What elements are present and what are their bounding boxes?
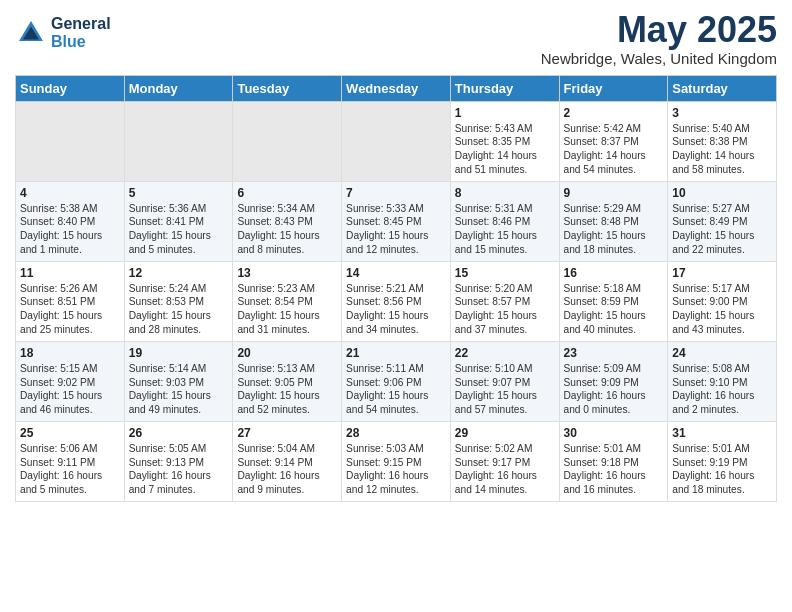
week-row-2: 11Sunrise: 5:26 AM Sunset: 8:51 PM Dayli… (16, 261, 777, 341)
calendar-cell: 18Sunrise: 5:15 AM Sunset: 9:02 PM Dayli… (16, 341, 125, 421)
day-number: 9 (564, 186, 664, 200)
cell-content: Sunrise: 5:14 AM Sunset: 9:03 PM Dayligh… (129, 362, 229, 417)
day-number: 7 (346, 186, 446, 200)
calendar-cell: 29Sunrise: 5:02 AM Sunset: 9:17 PM Dayli… (450, 421, 559, 501)
day-number: 26 (129, 426, 229, 440)
cell-content: Sunrise: 5:40 AM Sunset: 8:38 PM Dayligh… (672, 122, 772, 177)
calendar-cell: 2Sunrise: 5:42 AM Sunset: 8:37 PM Daylig… (559, 101, 668, 181)
day-number: 11 (20, 266, 120, 280)
day-number: 30 (564, 426, 664, 440)
cell-content: Sunrise: 5:21 AM Sunset: 8:56 PM Dayligh… (346, 282, 446, 337)
day-number: 24 (672, 346, 772, 360)
calendar-cell: 25Sunrise: 5:06 AM Sunset: 9:11 PM Dayli… (16, 421, 125, 501)
calendar-cell: 4Sunrise: 5:38 AM Sunset: 8:40 PM Daylig… (16, 181, 125, 261)
day-number: 17 (672, 266, 772, 280)
day-number: 4 (20, 186, 120, 200)
col-sunday: Sunday (16, 75, 125, 101)
day-number: 27 (237, 426, 337, 440)
calendar-cell: 14Sunrise: 5:21 AM Sunset: 8:56 PM Dayli… (342, 261, 451, 341)
calendar-cell (233, 101, 342, 181)
cell-content: Sunrise: 5:05 AM Sunset: 9:13 PM Dayligh… (129, 442, 229, 497)
calendar-cell: 6Sunrise: 5:34 AM Sunset: 8:43 PM Daylig… (233, 181, 342, 261)
calendar-cell: 3Sunrise: 5:40 AM Sunset: 8:38 PM Daylig… (668, 101, 777, 181)
day-number: 20 (237, 346, 337, 360)
cell-content: Sunrise: 5:02 AM Sunset: 9:17 PM Dayligh… (455, 442, 555, 497)
cell-content: Sunrise: 5:38 AM Sunset: 8:40 PM Dayligh… (20, 202, 120, 257)
calendar-cell: 24Sunrise: 5:08 AM Sunset: 9:10 PM Dayli… (668, 341, 777, 421)
location: Newbridge, Wales, United Kingdom (541, 50, 777, 67)
calendar-header: Sunday Monday Tuesday Wednesday Thursday… (16, 75, 777, 101)
cell-content: Sunrise: 5:33 AM Sunset: 8:45 PM Dayligh… (346, 202, 446, 257)
logo-icon (15, 17, 47, 49)
calendar-cell: 20Sunrise: 5:13 AM Sunset: 9:05 PM Dayli… (233, 341, 342, 421)
calendar-cell: 12Sunrise: 5:24 AM Sunset: 8:53 PM Dayli… (124, 261, 233, 341)
logo-blue: Blue (51, 33, 111, 51)
col-wednesday: Wednesday (342, 75, 451, 101)
day-number: 10 (672, 186, 772, 200)
cell-content: Sunrise: 5:43 AM Sunset: 8:35 PM Dayligh… (455, 122, 555, 177)
logo-general: General (51, 15, 111, 33)
cell-content: Sunrise: 5:11 AM Sunset: 9:06 PM Dayligh… (346, 362, 446, 417)
day-number: 1 (455, 106, 555, 120)
calendar-cell: 23Sunrise: 5:09 AM Sunset: 9:09 PM Dayli… (559, 341, 668, 421)
day-number: 3 (672, 106, 772, 120)
day-number: 14 (346, 266, 446, 280)
week-row-0: 1Sunrise: 5:43 AM Sunset: 8:35 PM Daylig… (16, 101, 777, 181)
cell-content: Sunrise: 5:01 AM Sunset: 9:19 PM Dayligh… (672, 442, 772, 497)
day-number: 31 (672, 426, 772, 440)
calendar-cell: 5Sunrise: 5:36 AM Sunset: 8:41 PM Daylig… (124, 181, 233, 261)
day-number: 6 (237, 186, 337, 200)
day-number: 21 (346, 346, 446, 360)
col-friday: Friday (559, 75, 668, 101)
calendar-table: Sunday Monday Tuesday Wednesday Thursday… (15, 75, 777, 502)
cell-content: Sunrise: 5:13 AM Sunset: 9:05 PM Dayligh… (237, 362, 337, 417)
cell-content: Sunrise: 5:31 AM Sunset: 8:46 PM Dayligh… (455, 202, 555, 257)
calendar-cell: 19Sunrise: 5:14 AM Sunset: 9:03 PM Dayli… (124, 341, 233, 421)
col-saturday: Saturday (668, 75, 777, 101)
cell-content: Sunrise: 5:03 AM Sunset: 9:15 PM Dayligh… (346, 442, 446, 497)
cell-content: Sunrise: 5:26 AM Sunset: 8:51 PM Dayligh… (20, 282, 120, 337)
day-number: 15 (455, 266, 555, 280)
day-number: 5 (129, 186, 229, 200)
cell-content: Sunrise: 5:24 AM Sunset: 8:53 PM Dayligh… (129, 282, 229, 337)
day-number: 28 (346, 426, 446, 440)
day-number: 23 (564, 346, 664, 360)
logo: General Blue (15, 15, 111, 50)
day-number: 18 (20, 346, 120, 360)
day-number: 8 (455, 186, 555, 200)
calendar-cell: 31Sunrise: 5:01 AM Sunset: 9:19 PM Dayli… (668, 421, 777, 501)
cell-content: Sunrise: 5:27 AM Sunset: 8:49 PM Dayligh… (672, 202, 772, 257)
cell-content: Sunrise: 5:01 AM Sunset: 9:18 PM Dayligh… (564, 442, 664, 497)
header-row: Sunday Monday Tuesday Wednesday Thursday… (16, 75, 777, 101)
logo-text: General Blue (51, 15, 111, 50)
calendar-cell: 22Sunrise: 5:10 AM Sunset: 9:07 PM Dayli… (450, 341, 559, 421)
calendar-cell (342, 101, 451, 181)
day-number: 29 (455, 426, 555, 440)
cell-content: Sunrise: 5:06 AM Sunset: 9:11 PM Dayligh… (20, 442, 120, 497)
cell-content: Sunrise: 5:09 AM Sunset: 9:09 PM Dayligh… (564, 362, 664, 417)
day-number: 22 (455, 346, 555, 360)
calendar-cell (124, 101, 233, 181)
cell-content: Sunrise: 5:17 AM Sunset: 9:00 PM Dayligh… (672, 282, 772, 337)
calendar-cell: 13Sunrise: 5:23 AM Sunset: 8:54 PM Dayli… (233, 261, 342, 341)
calendar-cell (16, 101, 125, 181)
day-number: 16 (564, 266, 664, 280)
calendar-cell: 11Sunrise: 5:26 AM Sunset: 8:51 PM Dayli… (16, 261, 125, 341)
cell-content: Sunrise: 5:34 AM Sunset: 8:43 PM Dayligh… (237, 202, 337, 257)
calendar-cell: 17Sunrise: 5:17 AM Sunset: 9:00 PM Dayli… (668, 261, 777, 341)
cell-content: Sunrise: 5:23 AM Sunset: 8:54 PM Dayligh… (237, 282, 337, 337)
calendar-body: 1Sunrise: 5:43 AM Sunset: 8:35 PM Daylig… (16, 101, 777, 501)
cell-content: Sunrise: 5:10 AM Sunset: 9:07 PM Dayligh… (455, 362, 555, 417)
cell-content: Sunrise: 5:29 AM Sunset: 8:48 PM Dayligh… (564, 202, 664, 257)
calendar-cell: 21Sunrise: 5:11 AM Sunset: 9:06 PM Dayli… (342, 341, 451, 421)
calendar-cell: 30Sunrise: 5:01 AM Sunset: 9:18 PM Dayli… (559, 421, 668, 501)
page: General Blue May 2025 Newbridge, Wales, … (0, 0, 792, 512)
week-row-1: 4Sunrise: 5:38 AM Sunset: 8:40 PM Daylig… (16, 181, 777, 261)
calendar-cell: 28Sunrise: 5:03 AM Sunset: 9:15 PM Dayli… (342, 421, 451, 501)
calendar-cell: 1Sunrise: 5:43 AM Sunset: 8:35 PM Daylig… (450, 101, 559, 181)
title-area: May 2025 Newbridge, Wales, United Kingdo… (541, 10, 777, 67)
cell-content: Sunrise: 5:04 AM Sunset: 9:14 PM Dayligh… (237, 442, 337, 497)
day-number: 25 (20, 426, 120, 440)
cell-content: Sunrise: 5:15 AM Sunset: 9:02 PM Dayligh… (20, 362, 120, 417)
week-row-4: 25Sunrise: 5:06 AM Sunset: 9:11 PM Dayli… (16, 421, 777, 501)
